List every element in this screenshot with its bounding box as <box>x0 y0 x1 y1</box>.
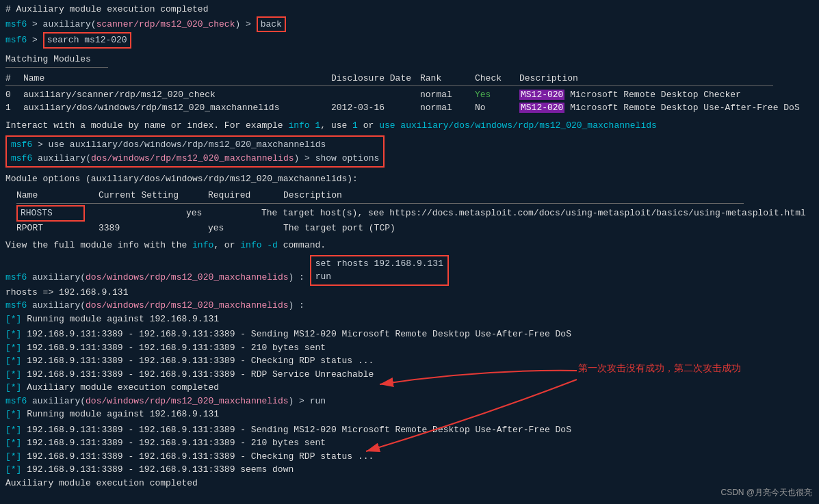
csdn-watermark: CSDN @月亮今天也很亮 <box>720 487 812 499</box>
annotation-text: 第一次攻击没有成功，第二次攻击成功 <box>578 362 741 375</box>
terminal: # Auxiliary module execution completedms… <box>0 0 819 504</box>
